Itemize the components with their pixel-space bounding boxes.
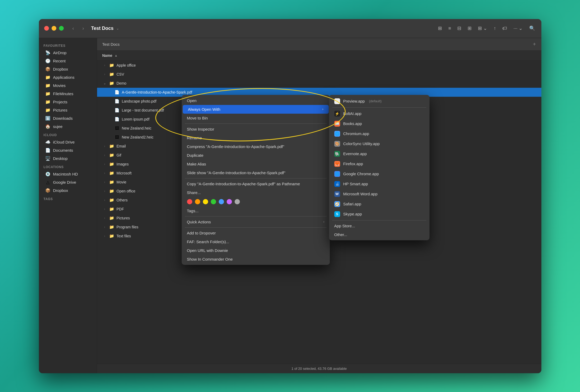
expand-icon[interactable]: ›: [102, 180, 107, 184]
ctx-copy-pathname[interactable]: Copy "A-Gentle-Introduction-to-Apache-Sp…: [182, 179, 330, 188]
titlebar: ‹ › Test Docs ⌄ ⊞ ≡ ⊟ ⊞ ⊞ ⌄ ↑ 🏷 ··· ⌄ 🔍: [39, 19, 541, 38]
expand-icon[interactable]: ›: [102, 189, 107, 193]
sidebar-item-macintosh-hd[interactable]: 💿 Macintosh HD: [40, 170, 95, 178]
sub-preview[interactable]: 👁 Preview.app (default): [329, 96, 430, 106]
sub-hp-smart[interactable]: 🖨 HP Smart.app: [329, 179, 430, 189]
tag-purple[interactable]: [227, 199, 232, 204]
close-button[interactable]: [44, 26, 49, 31]
expand-icon[interactable]: ›: [102, 144, 107, 148]
icon-grid[interactable]: ⊞: [437, 24, 443, 32]
sidebar-item-sujee[interactable]: 🏠 sujee: [40, 122, 95, 131]
expand-icon[interactable]: ›: [102, 72, 107, 76]
tag-blue[interactable]: [219, 199, 224, 204]
icon-more[interactable]: ··· ⌄: [512, 24, 524, 32]
ctx-duplicate[interactable]: Duplicate: [182, 151, 330, 160]
table-row[interactable]: › 📁 Apple office: [97, 61, 541, 70]
ctx-faf-search[interactable]: FAF: Search Folder(s)...: [182, 237, 330, 246]
icon-search[interactable]: 🔍: [528, 24, 536, 32]
ctx-show-commander[interactable]: Show In Commander One: [182, 255, 330, 264]
folder-icon: 📁: [109, 153, 115, 158]
sidebar-item-documents[interactable]: 📄 Documents: [40, 146, 95, 154]
ctx-tags-row: [182, 197, 330, 206]
sub-firefox[interactable]: 🦊 Firefox.app: [329, 159, 430, 169]
expand-icon[interactable]: ›: [102, 63, 107, 67]
table-row[interactable]: › 📁 CSV: [97, 70, 541, 79]
ctx-rename[interactable]: Rename: [182, 133, 330, 142]
tag-red[interactable]: [187, 199, 192, 204]
expand-icon[interactable]: ›: [102, 153, 107, 157]
expand-icon[interactable]: ›: [102, 207, 107, 211]
sidebar-item-icloud-drive[interactable]: ☁️ iCloud Drive: [40, 138, 95, 146]
ctx-make-alias[interactable]: Make Alias: [182, 160, 330, 168]
sidebar-item-label-sujee: sujee: [53, 124, 63, 129]
sidebar-item-label-macintosh-hd: Macintosh HD: [53, 172, 78, 176]
expand-icon[interactable]: ⌄: [102, 81, 107, 85]
file-name: PDF: [117, 207, 124, 211]
dropbox2-icon: 📦: [45, 188, 51, 193]
expand-icon[interactable]: ›: [102, 198, 107, 202]
sub-google-chrome[interactable]: 🌐 Google Chrome.app: [329, 169, 430, 179]
ctx-tags[interactable]: Tags...: [182, 206, 330, 215]
sidebar-item-desktop[interactable]: 🖥️ Desktop: [40, 154, 95, 163]
icon-share[interactable]: ↑: [492, 25, 497, 32]
sidebar-item-pictures[interactable]: 📁 Pictures: [40, 106, 95, 114]
expand-icon[interactable]: ›: [102, 216, 107, 220]
tag-orange[interactable]: [195, 199, 200, 204]
icon-columns[interactable]: ⊟: [456, 24, 462, 32]
sub-app-store[interactable]: App Store...: [329, 222, 430, 230]
ctx-show-inspector[interactable]: Show Inspector: [182, 125, 330, 133]
sidebar-item-dropbox2[interactable]: 📦 Dropbox: [40, 186, 95, 195]
expand-icon[interactable]: ›: [102, 171, 107, 175]
file-list-header: Name ▲: [97, 51, 541, 61]
expand-icon[interactable]: ›: [102, 225, 107, 229]
ctx-open-url-downie[interactable]: Open URL with Downie: [182, 246, 330, 255]
tag-gray[interactable]: [235, 199, 240, 204]
icon-list[interactable]: ≡: [447, 25, 452, 32]
ctx-always-open-with[interactable]: Always Open With ›: [183, 105, 329, 114]
forward-button[interactable]: ›: [79, 24, 88, 33]
expand-icon[interactable]: ›: [102, 234, 107, 238]
table-row[interactable]: ⌄ 📁 Demo: [97, 79, 541, 88]
sub-item-label-preview: Preview.app: [343, 99, 365, 103]
file-name: Others: [117, 198, 128, 202]
ctx-slideshow[interactable]: Slide show "A-Gentle-Introduction-to-Apa…: [182, 168, 330, 177]
sub-safari[interactable]: 🧭 Safari.app: [329, 199, 430, 209]
sub-books[interactable]: 📖 Books.app: [329, 119, 430, 129]
sub-evernote[interactable]: 🐘 Evernote.app: [329, 149, 430, 159]
sub-boltai[interactable]: ⚡ BoltAI.app: [329, 109, 430, 119]
ctx-quick-actions[interactable]: Quick Actions ›: [182, 218, 330, 226]
pdf-icon: 📄: [115, 108, 120, 113]
minimize-button[interactable]: [52, 26, 56, 31]
sub-microsoft-word[interactable]: W Microsoft Word.app: [329, 189, 430, 199]
ctx-add-dropover[interactable]: Add to Dropover: [182, 229, 330, 237]
pictures-icon: 📁: [45, 108, 51, 113]
ctx-move-to-bin[interactable]: Move to Bin: [182, 114, 330, 122]
back-button[interactable]: ‹: [69, 24, 77, 33]
sidebar-item-fileminutes[interactable]: 📁 FileMinutes: [40, 90, 95, 98]
icon-tag[interactable]: 🏷: [501, 25, 508, 32]
file-list-name-header[interactable]: Name: [102, 53, 112, 58]
sub-other[interactable]: Other...: [329, 230, 430, 239]
tag-yellow[interactable]: [203, 199, 208, 204]
sub-skype[interactable]: S Skype.app: [329, 209, 430, 219]
sidebar-item-applications[interactable]: 📁 Applications: [40, 73, 95, 81]
sidebar-item-airdrop[interactable]: 📡 AirDrop: [40, 49, 95, 57]
tag-green[interactable]: [211, 199, 216, 204]
ctx-compress[interactable]: Compress "A-Gentle-Introduction-to-Apach…: [182, 142, 330, 151]
expand-icon[interactable]: ›: [102, 162, 107, 166]
sidebar-item-recent[interactable]: 🕐 Recent: [40, 57, 95, 65]
ctx-open[interactable]: Open: [182, 96, 330, 105]
sidebar-item-projects[interactable]: 📁 Projects: [40, 98, 95, 106]
sub-chromium[interactable]: 🌐 Chromium.app: [329, 129, 430, 139]
sidebar-item-google-drive[interactable]: △ Google Drive: [40, 178, 95, 186]
sidebar-item-downloads[interactable]: ⬇️ Downloads: [40, 114, 95, 122]
ctx-share[interactable]: Share...: [182, 188, 330, 197]
icon-gallery[interactable]: ⊞: [467, 24, 473, 32]
sidebar-item-dropbox[interactable]: 📦 Dropbox: [40, 65, 95, 73]
icon-group[interactable]: ⊞ ⌄: [477, 24, 488, 32]
breadcrumb-plus-button[interactable]: +: [533, 41, 536, 47]
sub-colorsync[interactable]: 🎨 ColorSync Utility.app: [329, 139, 430, 149]
sidebar-item-movies[interactable]: 📁 Movies: [40, 81, 95, 90]
image-icon: 🖼: [115, 126, 120, 130]
maximize-button[interactable]: [59, 26, 64, 31]
